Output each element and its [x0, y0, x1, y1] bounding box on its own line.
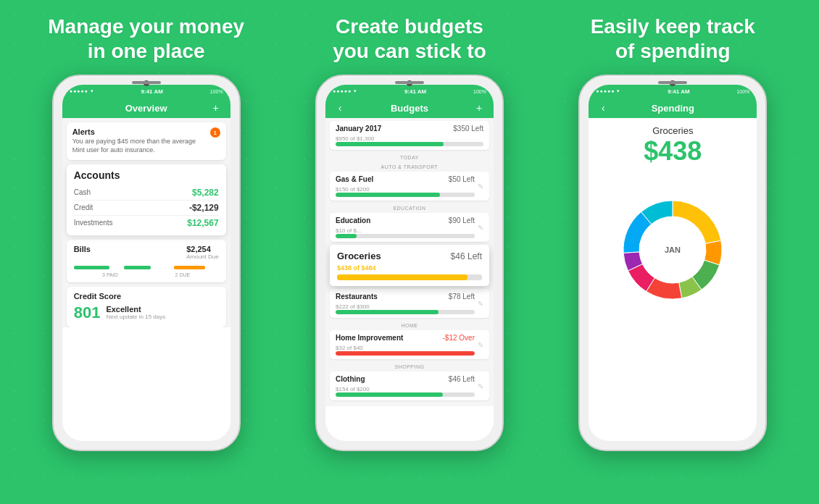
phone-3-speaker	[658, 81, 687, 84]
budget-january-name: January 2017	[336, 125, 381, 133]
spending-amount: $438	[596, 136, 749, 167]
account-amount-credit: -$2,129	[189, 203, 219, 213]
panel-manage-money: Manage your money in one place ●●●●● ▾ 9…	[14, 14, 278, 497]
phone-2-speaker	[395, 81, 424, 84]
gas-edit-icon[interactable]: ✎	[478, 182, 483, 190]
home-edit-icon[interactable]: ✎	[478, 341, 483, 349]
header-title-1: Overview	[84, 103, 209, 114]
header-right-1[interactable]: +	[209, 102, 223, 114]
alert-badge: 1	[210, 127, 220, 138]
credit-row: 801 Excellent Next update in 15 days	[74, 303, 219, 322]
account-row-credit: Credit -$2,129	[74, 201, 219, 216]
screen-1-content: Alerts You are paying $45 more than the …	[62, 118, 230, 327]
credit-header: Credit Score	[74, 292, 219, 301]
panel-2-title: Create budgets you can stick to	[333, 14, 486, 63]
budget-rest-sub: $222 of $300	[336, 303, 475, 310]
budget-gas-bar	[336, 193, 475, 197]
section-education: EDUCATION	[330, 203, 489, 213]
bills-bars	[74, 266, 219, 269]
budget-january-bar	[336, 142, 483, 146]
budget-january-header: January 2017 $350 Left	[336, 125, 483, 133]
screen-2-content: January 2017 $350 Left $950 of $1,300 TO…	[325, 118, 494, 406]
accounts-card: Accounts Cash $5,282 Credit -$2,129 Inve…	[67, 164, 226, 235]
account-row-investments: Investments $12,567	[74, 216, 219, 230]
budget-list: January 2017 $350 Left $950 of $1,300 TO…	[325, 118, 494, 406]
budget-home-bar	[336, 351, 475, 356]
status-bar-1: ●●●●● ▾ 9:41 AM 100%	[62, 85, 230, 98]
bills-amount-area: $2,254 Amount Due	[186, 245, 218, 260]
edu-edit-icon[interactable]: ✎	[478, 224, 483, 232]
header-back-2[interactable]: ‹	[333, 102, 347, 114]
budget-groceries-name: Groceries	[337, 251, 381, 261]
app-header-1: Overview +	[62, 98, 230, 118]
budget-clothing-sub: $154 of $200	[336, 386, 475, 392]
status-bar-3: ●●●●● ▾ 9:41 AM 100%	[589, 85, 757, 98]
bill-green-bar-2	[124, 266, 151, 269]
time-2: 9:41 AM	[404, 88, 426, 95]
screen-3-content: Groceries $438 JAN	[589, 118, 757, 322]
app-header-3: ‹ Spending	[589, 98, 757, 118]
budget-groceries-left: $46 Left	[451, 251, 482, 261]
battery-2: 100%	[473, 89, 486, 94]
status-bar-2: ●●●●● ▾ 9:41 AM 100%	[325, 85, 494, 98]
credit-info: Excellent Next update in 15 days	[106, 305, 165, 320]
signal-3: ●●●●● ▾	[596, 88, 620, 94]
bill-bar-3	[174, 266, 218, 269]
panel-3-title: Easily keep track of spending	[591, 14, 755, 63]
section-shopping: SHOPPING	[330, 362, 489, 371]
budget-january-sub: $950 of $1,300	[336, 135, 483, 142]
budget-item-education[interactable]: Education $90 Left $10 of $... ✎	[330, 213, 489, 242]
phone-3-screen: ●●●●● ▾ 9:41 AM 100% ‹ Spending Grocerie…	[589, 85, 757, 441]
section-home: HOME	[330, 321, 489, 330]
phone-2-screen: ●●●●● ▾ 9:41 AM 100% ‹ Budgets +	[325, 85, 494, 441]
account-amount-cash: $5,282	[192, 188, 219, 198]
budget-item-groceries[interactable]: Groceries $46 Left $438 of $484	[330, 245, 489, 286]
budget-edu-header: Education $90 Left	[336, 217, 475, 224]
rest-edit-icon[interactable]: ✎	[478, 300, 483, 308]
account-row-cash: Cash $5,282	[74, 185, 219, 201]
budget-item-gas[interactable]: Gas & Fuel $50 Left $150 of $200 ✎	[330, 172, 489, 201]
budget-gas-left: $50 Left	[449, 175, 475, 183]
alert-title: Alerts	[72, 127, 206, 136]
panel-budgets: Create budgets you can stick to ●●●●● ▾ …	[278, 14, 541, 497]
budget-clothing-left: $46 Left	[449, 375, 475, 383]
budget-edu-left: $90 Left	[449, 217, 475, 224]
phone-1-frame: ●●●●● ▾ 9:41 AM 100% Overview +	[52, 75, 241, 451]
budget-january-left: $350 Left	[453, 125, 483, 133]
budget-edu-sub: $10 of $...	[336, 227, 475, 234]
account-name-credit: Credit	[74, 203, 93, 211]
donut-chart-container: JAN	[589, 177, 757, 322]
budget-rest-bar	[336, 310, 475, 314]
budget-gas-sub: $150 of $200	[336, 186, 475, 193]
credit-label: Excellent	[106, 305, 165, 314]
budget-item-january[interactable]: January 2017 $350 Left $950 of $1,300	[330, 121, 489, 150]
bills-due-label: Amount Due	[186, 253, 218, 260]
app-header-2: ‹ Budgets +	[325, 98, 494, 118]
header-right-2[interactable]: +	[472, 102, 486, 114]
phone-1: ●●●●● ▾ 9:41 AM 100% Overview +	[52, 75, 241, 451]
bills-title: Bills	[74, 245, 91, 260]
account-name-cash: Cash	[74, 188, 91, 196]
budget-home-header: Home Improvement -$12 Over	[336, 334, 475, 342]
battery-1: 100%	[210, 89, 223, 94]
phone-2-frame: ●●●●● ▾ 9:41 AM 100% ‹ Budgets +	[315, 75, 504, 451]
budget-gas-header: Gas & Fuel $50 Left	[336, 175, 475, 183]
signal-1: ●●●●● ▾	[70, 88, 94, 94]
bills-legend: 3 PAID 2 DUE	[74, 272, 219, 277]
budget-item-clothing[interactable]: Clothing $46 Left $154 of $200 ✎	[330, 371, 489, 400]
battery-3: 100%	[736, 89, 749, 94]
bill-green-bar-1	[74, 266, 109, 269]
header-back-3[interactable]: ‹	[596, 102, 610, 114]
budget-item-restaurants[interactable]: Restaurants $78 Left $222 of $300 ✎	[330, 289, 489, 318]
budget-gas-name: Gas & Fuel	[336, 175, 373, 183]
clothing-edit-icon[interactable]: ✎	[478, 382, 483, 390]
donut-center-label: JAN	[665, 245, 681, 254]
section-today: TODAY	[330, 153, 489, 162]
budget-clothing-header: Clothing $46 Left	[336, 375, 475, 383]
panel-1-title: Manage your money in one place	[48, 14, 244, 63]
alert-card: Alerts You are paying $45 more than the …	[67, 122, 226, 159]
budget-rest-left: $78 Left	[449, 293, 475, 301]
budget-rest-header: Restaurants $78 Left	[336, 293, 475, 301]
budget-item-home-improvement[interactable]: Home Improvement -$12 Over $32 of $40 ✎	[330, 330, 489, 359]
budget-home-left: -$12 Over	[443, 334, 475, 342]
